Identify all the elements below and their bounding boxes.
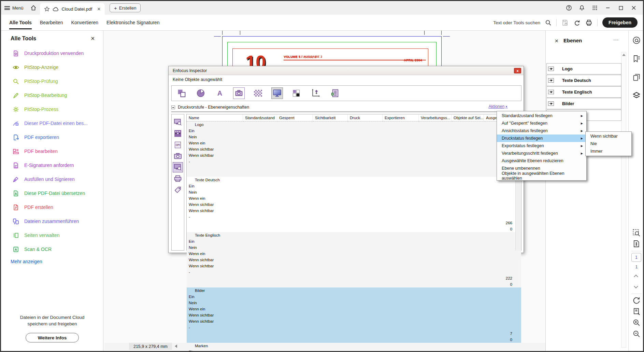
sidebar-item-scan-ocr[interactable]: Scan & OCR [1,242,103,256]
submenu-item-immer[interactable]: Immer [586,147,631,155]
layer-row-logo[interactable]: Logo [546,63,621,74]
bookmarks-tool-button[interactable] [632,55,641,63]
tab-e-signaturen[interactable]: Elektronische Signaturen [106,15,160,30]
sidebar-item-pdf-exportieren[interactable]: PDF exportieren [1,130,103,144]
save-icon[interactable] [561,19,569,26]
marquee-zoom-button[interactable] [632,229,641,237]
page-thumbnails-button[interactable] [632,73,641,81]
menu-item-gesperrt[interactable]: Auf "Gesperrt" festlegen▶ [497,119,586,127]
home-button[interactable] [27,1,40,15]
close-window-button[interactable] [628,3,640,13]
metadata-category-button[interactable] [329,87,340,99]
menu-item-standardzustand[interactable]: Standardzustand festlegen▶ [497,112,586,119]
next-page-button[interactable] [634,284,638,288]
layer-row-texte-deutsch[interactable]: Texte Deutsch [546,75,621,86]
tab-bearbeiten[interactable]: Bearbeiten [40,15,63,30]
page-view-button[interactable] [632,307,641,315]
scroll-up-icon[interactable] [622,54,626,56]
submenu-item-nie[interactable]: Nie [586,140,631,147]
notifications-button[interactable] [576,3,588,13]
dialog-titlebar[interactable]: Enfocus Inspector x [169,66,524,75]
sidebar-item-seiten-verwalten[interactable]: Seiten verwalten [1,228,103,242]
image-view-button[interactable] [173,151,183,161]
print-icon[interactable] [585,19,592,26]
layer-row-bilder[interactable]: Bilder [546,98,621,109]
image-category-button[interactable] [233,87,245,99]
collapse-section-icon[interactable] [171,105,175,109]
menu-button[interactable]: Menü [1,1,27,15]
fit-page-button[interactable] [632,240,641,248]
sidebar-item-zusammenfuehren[interactable]: Dateien zusammenführen [1,214,103,228]
panel-options-button[interactable]: ... [613,36,619,42]
tag-view-button[interactable] [173,185,183,195]
column-header[interactable]: Objekte auf Sei... [452,114,484,122]
close-tab-icon[interactable]: ✕ [97,6,101,12]
dialog-close-button[interactable]: x [514,68,521,73]
submenu-item-wenn-sichtbar[interactable]: Wenn sichtbar [586,132,631,140]
show-more-link[interactable]: Mehr anzeigen [11,259,42,264]
column-header[interactable]: Exportieren [383,114,419,122]
close-sidebar-button[interactable]: ✕ [90,36,95,42]
sidebar-item-ausfuellen-signieren[interactable]: Ausfüllen und Signieren [1,172,103,186]
search-label[interactable]: Text oder Tools suchen [493,20,540,25]
column-header[interactable]: Gesperrt [277,114,313,122]
create-button[interactable]: + Erstellen [110,3,141,12]
comments-tool-button[interactable] [632,36,641,44]
sidebar-item-e-signaturen[interactable]: E-Signaturen anfordern [1,158,103,172]
minimize-button[interactable] [602,3,614,13]
fill-stroke-category-button[interactable] [176,87,187,99]
column-header[interactable]: Verarbeitungss... [419,114,452,122]
cloud-sync-icon[interactable] [573,19,581,26]
zoom-in-button[interactable] [632,319,641,327]
page-number-input[interactable]: 1 [631,253,641,262]
screen-preview-button[interactable] [173,117,183,127]
halftone-view-button[interactable] [173,128,183,139]
document-tab[interactable]: Cloud Datei.pdf ✕ [40,3,105,15]
help-button[interactable] [563,3,575,13]
share-button[interactable]: Freigeben [602,17,638,28]
pattern-category-button[interactable] [252,87,264,99]
menu-item-druckstatus[interactable]: Druckstatus festlegen▶ [497,135,586,142]
column-header[interactable]: Name [187,114,243,122]
sidebar-item-pdf-stempel[interactable]: Dieser PDF-Datei einen bes... [1,116,103,130]
zoom-out-button[interactable] [632,330,641,338]
text-category-button[interactable]: A [214,87,226,99]
sidebar-item-pitstop-prozess[interactable]: PitStop-Prozess [1,102,103,116]
sidebar-item-druckproduktion[interactable]: Druckproduktion verwenden [1,46,103,60]
previous-page-button[interactable] [634,274,638,279]
column-header[interactable]: Druck [348,114,383,122]
layer-properties-button[interactable] [173,162,183,172]
menu-item-ansichtsstatus[interactable]: Ansichtsstatus festlegen▶ [497,127,586,135]
shape-category-button[interactable] [195,87,206,99]
layers-tool-button[interactable] [632,91,641,99]
more-info-button[interactable]: Weitere Infos [26,333,79,342]
visibility-toggle[interactable] [548,101,554,106]
sidebar-item-pdf-bearbeiten[interactable]: PDF bearbeiten [1,144,103,158]
menu-item-exportstatus[interactable]: Exportstatus festlegen▶ [497,142,586,150]
tab-konvertieren[interactable]: Konvertieren [71,15,98,30]
panel-scrollbar[interactable] [621,52,626,348]
separations-category-button[interactable] [290,87,302,99]
sidebar-item-pdf-erstellen[interactable]: PDF erstellen [1,200,103,214]
column-header[interactable]: Standardzustand [243,114,277,122]
visibility-toggle[interactable] [548,78,554,83]
print-view-button[interactable] [173,173,183,184]
visibility-toggle[interactable] [548,67,554,71]
visibility-toggle[interactable] [548,90,554,94]
star-icon[interactable] [44,6,50,12]
actions-link[interactable]: Aktionen▼ [488,104,508,109]
sidebar-item-uebersetzen[interactable]: Diese PDF-Datei übersetzen [1,186,103,200]
close-panel-button[interactable]: ✕ [555,38,559,44]
prepress-category-button[interactable] [271,87,283,99]
apps-grid-button[interactable] [589,3,601,13]
scroll-left-arrow-icon[interactable] [175,344,177,348]
sidebar-item-pitstop-bearbeitung[interactable]: PitStop-Bearbeitung [1,88,103,102]
menu-item-ebenen-reduzieren[interactable]: Ausgewählte Ebenen reduzieren [497,157,586,165]
maximize-button[interactable] [615,3,627,13]
tab-alle-tools[interactable]: Alle Tools [9,15,32,30]
sidebar-item-pitstop-pruefung[interactable]: PitStop-Prüfung [1,74,103,88]
search-icon[interactable] [545,19,552,26]
menu-item-objekte-auswaehlen[interactable]: Objekte in ausgewählten Ebenen auswählen [497,172,586,180]
rotate-view-button[interactable] [632,296,641,305]
opi-view-button[interactable]: OPI [173,140,183,150]
